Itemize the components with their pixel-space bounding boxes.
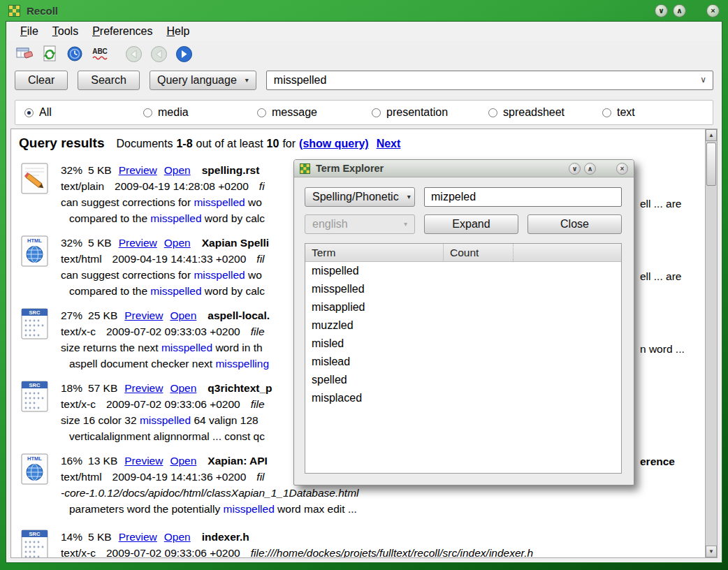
result-snippet: size returns the next misspelled word in…	[61, 339, 270, 356]
snippet-text: size returns the next	[61, 342, 161, 353]
result-mime: text/x-c	[61, 398, 96, 410]
snippet-text: word max edit ...	[275, 503, 357, 515]
expansion-mode-select[interactable]: Spelling/Phonetic ▾	[305, 187, 415, 207]
filter-all[interactable]: All	[24, 106, 52, 119]
filter-media[interactable]: media	[143, 106, 189, 119]
next-page-icon[interactable]	[174, 44, 194, 64]
highlight-term: misspelled	[194, 269, 245, 281]
menu-item-file[interactable]: File	[13, 24, 45, 39]
search-bar: Clear Search Query language ▾ misspelled…	[6, 67, 722, 94]
preview-link[interactable]: Preview	[124, 309, 163, 321]
results-scrollbar[interactable]: ▲ ▼	[705, 129, 717, 557]
clear-button[interactable]: Clear	[15, 71, 68, 90]
window-titlebar[interactable]: Recoll ∨ ∧ ×	[0, 0, 728, 21]
count-column-header[interactable]: Count	[444, 244, 514, 261]
result-date: 2009-04-19 14:41:33 +0200	[112, 253, 247, 265]
result-headline: 32%5 KBPreviewOpenspelling.rst	[61, 162, 265, 178]
unshade-button[interactable]: ∧	[584, 163, 596, 175]
result-url: file:///home/dockes/projets/fulltext/rec…	[251, 547, 533, 558]
result-title: Xapian Spelli	[202, 237, 269, 249]
document-history-icon[interactable]	[65, 44, 85, 64]
src-file-icon: SRC	[18, 380, 51, 413]
term-row[interactable]: mislead	[305, 353, 621, 371]
previous-page-icon[interactable]	[124, 44, 143, 64]
term-input[interactable]: mizpeled	[424, 187, 622, 207]
language-value: english	[312, 218, 348, 231]
term-row[interactable]: misplaced	[305, 389, 621, 407]
scrollbar-thumb[interactable]	[706, 142, 716, 186]
term-column-header[interactable]: Term	[305, 244, 444, 261]
filter-spreadsheet[interactable]: spreadsheet	[488, 106, 565, 119]
term-row[interactable]: muzzled	[305, 316, 621, 335]
radio-icon[interactable]	[24, 108, 34, 117]
result-url: file	[251, 398, 265, 410]
result-size: 25 KB	[88, 309, 117, 321]
html-file-icon: HTML	[18, 235, 51, 268]
term-row[interactable]: misled	[305, 335, 621, 353]
menu-item-tools[interactable]: Tools	[45, 24, 85, 39]
snippet-text: 64 valign 128	[191, 414, 259, 426]
preview-link[interactable]: Preview	[119, 237, 157, 249]
shade-button[interactable]: ∨	[569, 163, 581, 175]
open-link[interactable]: Open	[170, 309, 196, 321]
next-page-link[interactable]: Next	[377, 138, 401, 150]
term-row[interactable]: mispelled	[305, 262, 621, 280]
update-index-icon[interactable]	[40, 44, 59, 64]
term-cell: misspelled	[305, 283, 444, 295]
results-summary: Documents 1-8 out of at least 10 for (sh…	[117, 138, 401, 150]
dialog-titlebar[interactable]: Term Explorer ∨ ∧ ×	[294, 160, 634, 177]
search-button[interactable]: Search	[78, 71, 140, 90]
term-row[interactable]: misapplied	[305, 298, 621, 316]
term-explorer-dialog: Term Explorer ∨ ∧ × Spelling/Phonetic ▾ …	[293, 159, 634, 485]
menu-item-preferences[interactable]: Preferences	[85, 24, 159, 39]
term-input-value: mizpeled	[431, 191, 476, 203]
query-language-select[interactable]: Query language ▾	[150, 71, 256, 90]
preview-link[interactable]: Preview	[124, 382, 163, 394]
shade-button[interactable]: ∨	[655, 4, 668, 17]
radio-icon[interactable]	[602, 108, 611, 117]
menu-item-help[interactable]: Help	[159, 24, 196, 39]
filter-bar: Allmediamessagepresentationspreadsheette…	[15, 100, 713, 125]
filter-message[interactable]: message	[257, 106, 317, 119]
result-meta: text/x-c2009-07-02 09:33:06 +0200file	[61, 396, 272, 412]
query-input[interactable]: misspelled ∨	[266, 71, 713, 90]
clear-search-icon[interactable]	[15, 44, 34, 64]
preview-link[interactable]: Preview	[119, 531, 157, 543]
filter-presentation[interactable]: presentation	[372, 106, 448, 119]
query-history-chevron-icon[interactable]: ∨	[700, 75, 706, 85]
window-title: Recoll	[27, 5, 58, 17]
preview-link[interactable]: Preview	[124, 455, 163, 467]
term-row[interactable]: misspelled	[305, 280, 621, 298]
result-snippet: compared to the misspelled word by calc	[61, 210, 265, 226]
open-link[interactable]: Open	[164, 164, 191, 176]
radio-icon[interactable]	[372, 108, 381, 117]
open-link[interactable]: Open	[170, 455, 196, 467]
open-link[interactable]: Open	[170, 382, 196, 394]
query-language-label: Query language	[157, 74, 237, 87]
radio-icon[interactable]	[143, 108, 152, 117]
open-link[interactable]: Open	[164, 237, 191, 249]
filter-text[interactable]: text	[602, 106, 635, 119]
radio-icon[interactable]	[488, 108, 497, 117]
expand-button[interactable]: Expand	[424, 214, 518, 234]
unshade-button[interactable]: ∧	[673, 4, 686, 17]
open-link[interactable]: Open	[164, 531, 191, 543]
result-snippet: compared to the misspelled word by calc	[61, 283, 269, 299]
close-dialog-button[interactable]: Close	[527, 214, 622, 234]
result-url: fil	[256, 253, 264, 265]
scroll-down-button[interactable]: ▼	[706, 546, 717, 557]
show-query-link[interactable]: (show query)	[299, 138, 369, 150]
close-window-button[interactable]: ×	[706, 4, 720, 17]
close-dialog-window-button[interactable]: ×	[616, 163, 628, 175]
spellcheck-icon[interactable]: ABC	[90, 44, 110, 64]
filter-label: presentation	[386, 106, 448, 119]
result-url: fil	[256, 471, 264, 483]
previous-page-icon[interactable]	[149, 44, 168, 64]
result-relevance: 32%	[61, 164, 82, 176]
result-mime: text/plain	[61, 180, 104, 192]
scroll-up-button[interactable]: ▲	[706, 129, 717, 141]
radio-icon[interactable]	[257, 108, 266, 117]
result-date: 2009-04-19 14:28:08 +0200	[115, 180, 249, 192]
preview-link[interactable]: Preview	[119, 164, 157, 176]
term-row[interactable]: spelled	[305, 371, 621, 389]
